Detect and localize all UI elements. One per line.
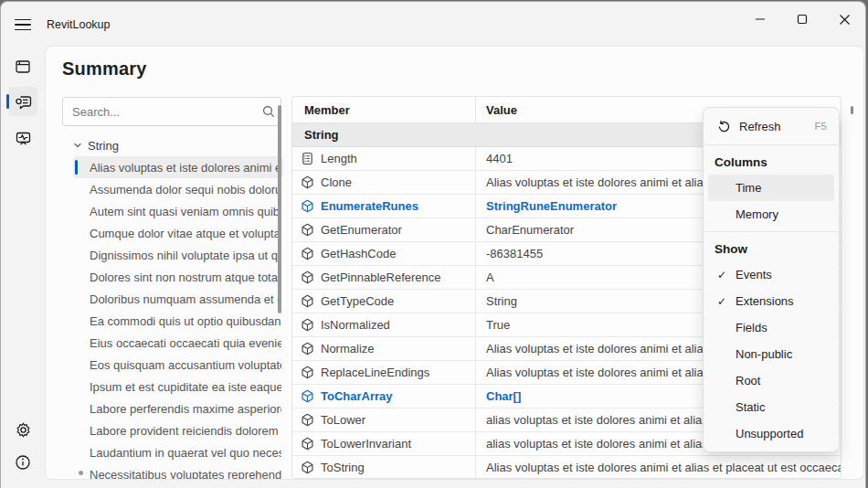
tree-root-string[interactable]: String [46,134,285,156]
sidebar-item-settings[interactable] [8,415,37,444]
tree-item-label: Autem sint quasi veniam omnis quibu [90,205,281,218]
search-input[interactable] [63,105,257,119]
gear-icon [15,421,32,439]
tree-item-label: Eos quisquam accusantium voluptate [90,358,281,372]
menu-sections: ColumnsTimeMemoryShow✓Events✓ExtensionsF… [704,144,839,447]
method-icon [300,412,315,428]
member-value: Alias voluptas et iste dolores animi et … [486,175,723,189]
chevron-down-icon[interactable] [71,141,84,150]
menu-item-label: Non-public [736,347,792,361]
member-cell: GetTypeCode [292,290,476,313]
sidebar-item-event-monitor[interactable] [8,123,37,153]
maximize-button[interactable] [781,2,823,37]
menu-item-label: Events [736,268,772,281]
sidebar-item-summary[interactable] [8,87,37,116]
tree-item[interactable]: Eius occaecati occaecati quia eveniet [73,332,283,354]
member-name: ToString [321,461,365,474]
member-value: Char[] [486,389,521,403]
menu-item-events[interactable]: ✓Events [708,261,834,288]
search-box [62,97,281,126]
menu-item-fields[interactable]: Fields [708,314,834,341]
tree-item[interactable]: Alias voluptas et iste dolores animi et [73,156,283,178]
tree-item[interactable]: Assumenda dolor sequi nobis doloru [73,178,283,200]
tree-item[interactable]: Dignissimos nihil voluptate ipsa ut qu [73,244,283,266]
menu-section-header: Columns [704,149,839,175]
tree-item[interactable]: Autem sint quasi veniam omnis quibu [73,200,283,222]
refresh-icon [715,120,732,133]
menu-item-label: Refresh [739,120,815,133]
caption-buttons [739,2,865,38]
tree-item[interactable]: Ea commodi quis ut optio quibusdan [73,310,283,332]
tree-item-label: Cumque dolor vitae atque et volupta [90,227,281,240]
menu-item-label: Fields [736,321,767,334]
menu-item-label: Root [736,374,760,387]
menu-separator [704,144,838,145]
member-cell: ToString [292,456,476,479]
menu-item-root[interactable]: Root [708,367,834,394]
menu-item-label: Time [736,181,761,195]
sidebar-item-about[interactable] [8,448,37,477]
sidebar-item-dashboard[interactable] [8,52,37,81]
value-cell: Alias voluptas et iste dolores animi et … [476,456,841,479]
checkmark-icon: ✓ [708,295,736,308]
member-name: Length [321,152,357,165]
member-value: Alias voluptas et iste dolores animi et … [486,366,723,379]
info-icon [15,454,31,471]
tree-item-label: Alias voluptas et iste dolores animi et [90,161,281,175]
menu-item-time[interactable]: Time [708,175,834,201]
nav-rail [1,46,45,488]
member-value: 4401 [486,152,513,165]
member-value: alias voluptas et iste dolores animi et … [486,437,721,451]
method-icon [300,222,315,238]
tree-item[interactable]: Labore perferendis maxime asperiore [73,398,283,419]
menu-item-non-public[interactable]: Non-public [708,341,834,367]
member-name: ReplaceLineEndings [321,366,429,379]
tree-root-label: String [88,139,119,153]
member-value: String [486,294,517,308]
menu-item-refresh[interactable]: Refresh F5 [708,111,834,141]
tree-item[interactable]: Labore provident reiciendis dolorem [73,419,283,441]
method-icon [300,341,315,356]
member-cell: EnumerateRunes [292,195,476,217]
member-name: GetHashCode [321,247,396,260]
tree-item[interactable]: Doloribus numquam assumenda et c [73,288,283,310]
hamburger-menu-icon[interactable] [12,14,34,36]
member-name: IsNormalized [321,318,390,332]
dashboard-icon [15,58,31,75]
member-cell: ToLowerInvariant [292,432,476,455]
method-icon [300,270,315,285]
member-cell: IsNormalized [292,313,476,336]
menu-item-extensions[interactable]: ✓Extensions [708,288,834,314]
tree-item-label: Labore perferendis maxime asperiore [90,402,281,416]
tree-item-label: Dignissimos nihil voluptate ipsa ut qu [90,249,281,262]
menu-item-label: Static [736,400,766,414]
member-name: EnumerateRunes [321,199,418,213]
tree-item[interactable]: Eos quisquam accusantium voluptate [73,354,283,376]
tree-item[interactable]: Necessitatibus voluptates reprehend [73,463,283,479]
titlebar: RevitLookup [1,2,865,46]
snoop-summary-icon [15,93,32,111]
menu-item-label: Extensions [736,294,794,308]
member-name: GetTypeCode [321,294,394,308]
tree-item[interactable]: Dolores sint non nostrum atque tota [73,266,283,288]
menu-item-static[interactable]: Static [708,394,834,420]
tree-item[interactable]: Cumque dolor vitae atque et volupta [73,222,283,244]
member-name: ToCharArray [321,389,393,403]
tree-item[interactable]: Laudantium in quaerat vel quo neces [73,441,283,463]
event-monitor-icon [15,130,32,147]
minimize-button[interactable] [739,2,781,37]
app-window: RevitLookup [0,1,866,488]
close-button[interactable] [823,2,865,37]
menu-shortcut: F5 [815,121,827,132]
context-menu: Refresh F5 ColumnsTimeMemoryShow✓Events✓… [703,107,840,452]
menu-item-unsupported[interactable]: Unsupported [708,420,834,447]
member-name: ToLowerInvariant [321,437,411,451]
tree-item[interactable]: Ipsum et est cupiditate ea iste eaque [73,376,283,398]
tree-scrollbar-thumb[interactable] [278,105,281,313]
table-row[interactable]: ToStringAlias voluptas et iste dolores a… [292,456,841,479]
menu-item-memory[interactable]: Memory [708,201,834,228]
member-cell: Length [292,147,476,170]
member-value: CharEnumerator [486,223,574,237]
panel-scrollbar-thumb[interactable] [851,106,853,114]
member-cell: ToCharArray [292,385,476,408]
